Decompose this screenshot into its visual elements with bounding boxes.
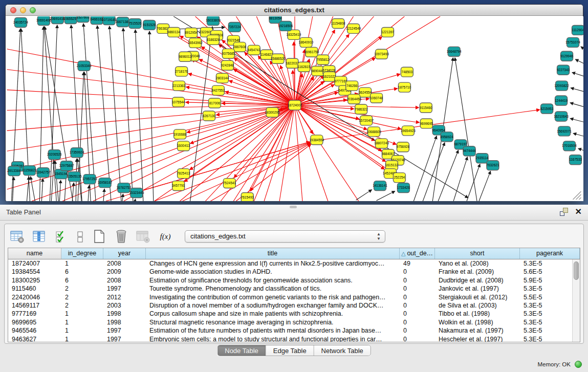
graph-node-10688609[interactable]: 10688609 bbox=[366, 127, 381, 137]
table-row[interactable]: 1830029562008Estimation of significance … bbox=[8, 276, 580, 285]
graph-node-7515526[interactable]: 7515526 bbox=[128, 18, 142, 28]
column-header-pagerank[interactable]: pagerank bbox=[520, 248, 580, 259]
graph-node-19654923[interactable]: 19654923 bbox=[401, 126, 416, 136]
graph-node-1916688[interactable]: 1916688 bbox=[173, 129, 187, 139]
graph-node-9242848[interactable]: 9242848 bbox=[221, 60, 234, 70]
minimize-window-button[interactable] bbox=[20, 7, 26, 13]
graph-node-13942757[interactable]: 13942757 bbox=[36, 168, 51, 178]
graph-node-1244419[interactable]: 1244419 bbox=[555, 96, 568, 105]
table-panel-header[interactable]: Table Panel ✕ bbox=[0, 205, 588, 221]
graph-node-11156823[interactable]: 11156823 bbox=[23, 166, 37, 176]
column-header-in_degree[interactable]: in_degree bbox=[61, 248, 103, 259]
graph-node-2718176[interactable]: 2718176 bbox=[175, 67, 188, 76]
graph-node-17957253[interactable]: 17957253 bbox=[82, 174, 97, 184]
table-row[interactable]: 911546021997Tourette syndrome. Phenomeno… bbox=[8, 285, 580, 293]
graph-node-1075544[interactable]: 1075544 bbox=[172, 97, 185, 107]
graph-node-7955812[interactable]: 7955812 bbox=[316, 55, 330, 64]
graph-node-21053346[interactable]: 21053346 bbox=[77, 61, 92, 71]
graph-node-9777169[interactable]: 9777169 bbox=[334, 76, 347, 86]
graph-node-17016504[interactable]: 17016504 bbox=[562, 141, 577, 151]
graph-node-16033809[interactable]: 16033809 bbox=[206, 16, 221, 25]
graph-node-18300295[interactable]: 18300295 bbox=[265, 107, 280, 117]
graph-node-1822037[interactable]: 1822037 bbox=[286, 58, 299, 68]
graph-node-20364456[interactable]: 20364456 bbox=[346, 94, 361, 104]
delete-column-icon[interactable] bbox=[114, 229, 129, 244]
unselect-rows-icon[interactable] bbox=[76, 229, 85, 244]
graph-node-1600413[interactable]: 1600413 bbox=[177, 141, 190, 151]
network-graph[interactable]: 1872400718300295193845548912954232260581… bbox=[6, 16, 583, 201]
graph-node-7615493[interactable]: 7615493 bbox=[241, 193, 254, 201]
graph-node-748503[interactable]: 748503 bbox=[401, 67, 413, 77]
graph-node-9699695[interactable]: 9699695 bbox=[420, 119, 433, 128]
graph-node-19218506[interactable]: 19218506 bbox=[278, 21, 293, 31]
column-header-name[interactable]: name bbox=[8, 248, 61, 259]
tab-network-table[interactable]: Network Table bbox=[314, 345, 371, 356]
select-all-rows-icon[interactable] bbox=[54, 229, 69, 244]
network-view-window[interactable]: citations_edges.txt 18724007183002951938… bbox=[5, 4, 583, 201]
zoom-window-button[interactable] bbox=[30, 7, 36, 13]
graph-node-18640910[interactable]: 18640910 bbox=[299, 37, 314, 47]
graph-node-1112904[interactable]: 1112904 bbox=[572, 25, 583, 35]
scrollbar-thumb[interactable] bbox=[574, 261, 579, 280]
graph-node-8267130[interactable]: 8267130 bbox=[203, 111, 216, 121]
float-window-icon[interactable] bbox=[560, 208, 568, 216]
graph-node-14136141[interactable]: 14136141 bbox=[373, 181, 387, 191]
graph-node-9227343[interactable]: 9227343 bbox=[557, 65, 570, 75]
graph-node-1162615[interactable]: 1162615 bbox=[298, 62, 311, 72]
graph-node-20206526[interactable]: 20206526 bbox=[47, 150, 62, 160]
graph-node-10719185[interactable]: 10719185 bbox=[102, 16, 117, 25]
graph-node-1060748[interactable]: 1060748 bbox=[370, 93, 383, 103]
graph-node-9756928[interactable]: 9756928 bbox=[397, 142, 410, 152]
graph-node-17359924[interactable]: 17359924 bbox=[70, 148, 84, 158]
graph-node-8427552[interactable]: 8427552 bbox=[212, 85, 225, 95]
graph-node-7986322[interactable]: 7986322 bbox=[355, 104, 368, 114]
graph-node-15886520[interactable]: 15886520 bbox=[271, 54, 286, 63]
graph-node-16961758[interactable]: 16961758 bbox=[304, 47, 319, 57]
graph-node-2867608[interactable]: 2867608 bbox=[233, 42, 247, 52]
graph-node-1527602[interactable]: 1527602 bbox=[77, 16, 90, 22]
show-columns-icon[interactable] bbox=[32, 229, 47, 244]
graph-node-7632621[interactable]: 7632621 bbox=[486, 161, 499, 170]
tab-edge-table[interactable]: Edge Table bbox=[266, 345, 314, 356]
table-row[interactable]: 1872400712008Changes of HCN gene express… bbox=[8, 259, 580, 268]
graph-node-30691406[interactable]: 30691406 bbox=[36, 16, 51, 25]
graph-node-9115460[interactable]: 9115460 bbox=[420, 103, 432, 113]
graph-node-8215953[interactable]: 8215953 bbox=[540, 104, 554, 114]
graph-node-11154808[interactable]: 11154808 bbox=[331, 18, 345, 28]
column-header-year[interactable]: year bbox=[103, 248, 146, 259]
graph-node-16648794[interactable]: 16648794 bbox=[447, 47, 462, 56]
graph-node-9896013[interactable]: 9896013 bbox=[179, 52, 192, 61]
close-window-button[interactable] bbox=[10, 7, 16, 13]
graph-node-8958924[interactable]: 8958924 bbox=[441, 132, 454, 142]
graph-node-16210643[interactable]: 16210643 bbox=[554, 112, 569, 121]
function-builder-icon[interactable]: f(x) bbox=[158, 229, 173, 244]
tab-node-table[interactable]: Node Table bbox=[217, 345, 266, 356]
table-row[interactable]: 969969511998Structural magnetic resonanc… bbox=[8, 318, 580, 326]
graph-node-32975887[interactable]: 32975887 bbox=[59, 161, 74, 171]
graph-node-2213363[interactable]: 2213363 bbox=[172, 81, 186, 91]
attribute-table[interactable]: namein_degreeyeartitle△ out_de…shortpage… bbox=[8, 248, 580, 342]
table-row[interactable]: 977716911998Corpus callosum shape and si… bbox=[8, 310, 580, 318]
graph-node-7357224[interactable]: 7357224 bbox=[228, 22, 242, 32]
column-header-short[interactable]: short bbox=[435, 248, 520, 259]
graph-node-9151526[interactable]: 9151526 bbox=[143, 20, 156, 30]
table-select-dropdown[interactable]: citations_edges.txt ▲▼ bbox=[185, 230, 385, 243]
graph-node-15751074[interactable]: 15751074 bbox=[565, 37, 580, 47]
graph-node-8912954[interactable]: 8912954 bbox=[185, 28, 198, 37]
graph-node-12093822[interactable]: 12093822 bbox=[554, 81, 569, 91]
table-row[interactable]: 2242004622012Investigating the contribut… bbox=[8, 293, 580, 301]
table-options-icon[interactable] bbox=[10, 229, 25, 244]
graph-node-3457791[interactable]: 3457791 bbox=[172, 181, 185, 191]
graph-node-24035724[interactable]: 24035724 bbox=[13, 17, 28, 27]
graph-node-9860134[interactable]: 9860134 bbox=[167, 27, 181, 37]
graph-node-7524541[interactable]: 7524541 bbox=[223, 179, 236, 188]
vertical-scrollbar[interactable] bbox=[572, 259, 580, 342]
graph-node-1733426[interactable]: 1733426 bbox=[397, 183, 410, 193]
graph-node-8454743[interactable]: 8454743 bbox=[248, 45, 261, 55]
graph-node-9474444[interactable]: 9474444 bbox=[463, 146, 476, 156]
graph-node-16543962[interactable]: 16543962 bbox=[188, 38, 203, 48]
table-row[interactable]: 946554611997Estimation of the future num… bbox=[8, 326, 580, 335]
close-panel-icon[interactable]: ✕ bbox=[575, 208, 582, 216]
panel-drag-handle[interactable] bbox=[290, 206, 297, 208]
table-row[interactable]: 1938455462009Genome-wide association stu… bbox=[8, 268, 580, 276]
